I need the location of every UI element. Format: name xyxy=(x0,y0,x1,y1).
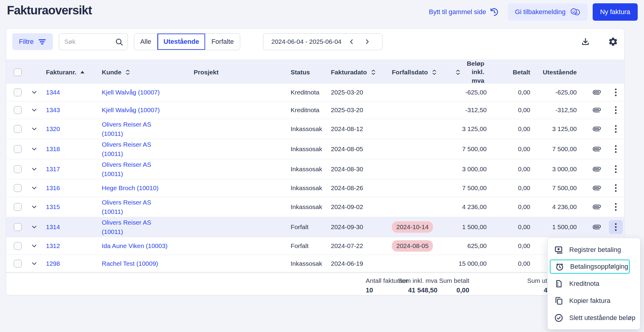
invoice-number-link[interactable]: 1343 xyxy=(46,106,60,113)
row-checkbox[interactable] xyxy=(14,223,22,231)
summary-sum-paid: Sum betalt 0,00 xyxy=(439,277,469,294)
paperclip-icon[interactable] xyxy=(591,164,603,175)
invoice-number-link[interactable]: 1318 xyxy=(46,145,60,152)
date-range-prev-button[interactable] xyxy=(344,36,359,47)
chevron-down-icon[interactable] xyxy=(31,145,38,153)
customer-link[interactable]: Kjell Walvåg (10007) xyxy=(102,106,160,113)
row-menu-button[interactable] xyxy=(609,200,623,214)
gear-icon[interactable] xyxy=(608,37,618,47)
new-invoice-button-label: Ny faktura xyxy=(600,8,630,16)
menu-item-kopier-faktura[interactable]: Kopier faktura xyxy=(548,292,640,309)
column-label-kunde: Kunde xyxy=(102,69,121,76)
paperclip-icon[interactable] xyxy=(591,202,603,213)
select-all-checkbox[interactable] xyxy=(14,68,22,76)
customer-link[interactable]: Kjell Walvåg (10007) xyxy=(102,89,160,96)
row-checkbox[interactable] xyxy=(14,184,22,192)
chevron-down-icon[interactable] xyxy=(31,223,38,231)
menu-item-kreditnota[interactable]: Kreditnota xyxy=(548,275,640,292)
row-menu-button[interactable] xyxy=(609,85,623,99)
row-menu-button[interactable] xyxy=(609,162,623,176)
paperclip-icon[interactable] xyxy=(591,105,603,116)
row-menu-button[interactable] xyxy=(609,142,623,156)
amount-incl-vat: 625,00 xyxy=(439,242,487,250)
row-checkbox[interactable] xyxy=(14,165,22,173)
table-row-selected: 1314 Olivers Reiser AS(10011) Forfalt 20… xyxy=(6,217,624,237)
paperclip-icon[interactable] xyxy=(591,87,603,98)
tab-alle[interactable]: Alle xyxy=(134,34,157,50)
row-checkbox[interactable] xyxy=(14,106,22,114)
column-header-fakturadato[interactable]: Fakturadato xyxy=(329,68,385,76)
date-range-next-button[interactable] xyxy=(359,36,375,47)
chevron-down-icon[interactable] xyxy=(31,203,38,211)
invoice-number-link[interactable]: 1298 xyxy=(46,260,60,267)
column-header-status: Status xyxy=(281,69,329,76)
invoice-number-link[interactable]: 1312 xyxy=(46,242,60,249)
row-checkbox[interactable] xyxy=(14,125,22,133)
filter-button[interactable]: Filtre xyxy=(12,33,53,50)
menu-item-registrer-betaling[interactable]: Registrer betaling xyxy=(548,241,640,258)
row-checkbox[interactable] xyxy=(14,145,22,153)
paperclip-icon[interactable] xyxy=(591,144,603,155)
status-text: Inkassosak xyxy=(281,166,329,173)
invoice-number-link[interactable]: 1315 xyxy=(46,203,60,210)
status-text: Inkassosak xyxy=(281,145,329,153)
invoice-number-link[interactable]: 1314 xyxy=(46,223,60,230)
chevron-down-icon[interactable] xyxy=(31,184,38,192)
amount-incl-vat: 7 500,00 xyxy=(439,145,487,153)
row-checkbox[interactable] xyxy=(14,260,22,268)
column-header-beloep[interactable]: Beløp inkl. mva xyxy=(439,59,487,85)
outstanding-amount: -312,50 xyxy=(530,106,577,114)
tab-forfalte[interactable]: Forfalte xyxy=(205,34,240,50)
alarm-clock-icon xyxy=(555,262,564,271)
chevron-left-icon xyxy=(348,38,355,45)
feedback-button[interactable]: Gi tilbakemelding xyxy=(508,3,588,21)
customer-link[interactable]: Rachel Test (10009) xyxy=(102,260,158,267)
table-row: 1312 Ida Aune Viken (10003) Forfalt 2024… xyxy=(6,237,624,255)
invoice-number-link[interactable]: 1344 xyxy=(46,89,60,96)
payment-icon xyxy=(554,245,563,254)
paperclip-icon[interactable] xyxy=(591,222,603,233)
column-header-forfallsdato[interactable]: Forfallsdato xyxy=(385,68,439,76)
page-title: Fakturaoversikt xyxy=(7,4,92,17)
invoice-number-link[interactable]: 1316 xyxy=(46,184,60,191)
kebab-icon xyxy=(615,203,617,211)
chevron-down-icon[interactable] xyxy=(31,166,38,173)
row-checkbox[interactable] xyxy=(14,203,22,211)
row-checkbox[interactable] xyxy=(14,242,22,250)
column-header-fakturanr[interactable]: Fakturanr. xyxy=(41,69,96,76)
row-menu-button[interactable] xyxy=(609,122,623,136)
status-text: Kreditnota xyxy=(281,106,329,114)
customer-link[interactable]: Olivers Reiser AS(10011) xyxy=(102,120,186,139)
kebab-icon xyxy=(615,165,617,173)
customer-link[interactable]: Ida Aune Viken (10003) xyxy=(102,242,168,249)
switch-to-old-site-link[interactable]: Bytt til gammel side xyxy=(429,7,499,16)
chevron-down-icon[interactable] xyxy=(31,260,38,267)
chevron-down-icon[interactable] xyxy=(31,242,38,250)
column-label-forfallsdato: Forfallsdato xyxy=(392,69,428,76)
customer-link[interactable]: Olivers Reiser AS(10011) xyxy=(102,160,186,179)
chevron-down-icon[interactable] xyxy=(31,125,38,133)
paperclip-icon[interactable] xyxy=(591,183,603,194)
menu-item-slett-utestaaende-beloep[interactable]: Slett utestående beløp xyxy=(548,309,640,326)
paperclip-icon[interactable] xyxy=(591,124,603,135)
new-invoice-button[interactable]: Ny faktura xyxy=(593,3,638,21)
chevron-down-icon[interactable] xyxy=(31,106,38,114)
invoice-number-link[interactable]: 1320 xyxy=(46,125,60,132)
status-text: Inkassosak xyxy=(281,125,329,133)
date-range-picker[interactable]: 2024-06-04 - 2025-06-04 xyxy=(263,33,382,50)
invoice-number-link[interactable]: 1317 xyxy=(46,166,60,172)
tab-utestaaende[interactable]: Utestående xyxy=(157,34,205,50)
customer-link[interactable]: Olivers Reiser AS(10011) xyxy=(102,140,186,159)
row-checkbox[interactable] xyxy=(14,88,22,96)
customer-link[interactable]: Olivers Reiser AS(10011) xyxy=(102,198,186,217)
chevron-down-icon[interactable] xyxy=(31,89,38,96)
menu-item-betalingsoppfoelging[interactable]: Betalingsoppfølging xyxy=(550,259,630,274)
table-row: 1298 Rachel Test (10009) Inkassosak 2024… xyxy=(6,255,624,273)
row-menu-button[interactable] xyxy=(609,103,623,117)
customer-link[interactable]: Hege Broch (10010) xyxy=(102,184,159,191)
row-menu-button-active[interactable] xyxy=(609,220,623,234)
row-menu-button[interactable] xyxy=(609,181,623,195)
column-header-kunde[interactable]: Kunde xyxy=(96,68,186,76)
customer-link[interactable]: Olivers Reiser AS(10011) xyxy=(102,218,186,237)
download-icon[interactable] xyxy=(581,37,590,46)
